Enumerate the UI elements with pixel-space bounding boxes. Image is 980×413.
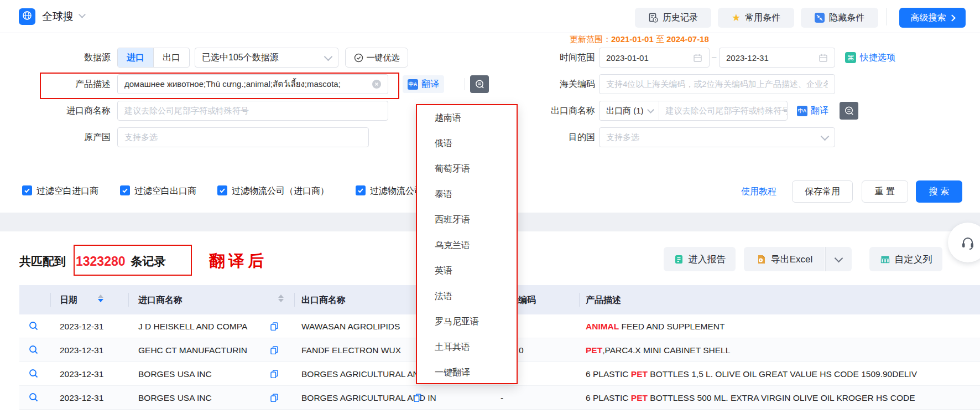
menu-item-language[interactable]: 俄语 xyxy=(417,131,517,156)
column-header-product[interactable]: 产品描述 xyxy=(586,285,621,314)
column-header-importer[interactable]: 进口商名称 xyxy=(138,285,183,314)
origin-country-select[interactable]: 支持多选 xyxy=(117,127,369,147)
sort-control-importer[interactable] xyxy=(278,295,284,302)
cell-product-desc: ANIMAL FEED AND SUPPLEMENT xyxy=(586,314,725,338)
menu-item-language[interactable]: 越南语 xyxy=(417,105,517,131)
export-excel-button[interactable]: 导出Excel xyxy=(744,247,825,271)
cell-date: 2023-12-31 xyxy=(60,338,103,362)
hide-conditions-button[interactable]: 隐藏条件 xyxy=(801,8,878,28)
exporter-type-select[interactable]: 出口商 (1) xyxy=(600,101,659,120)
cell-exporter: WAWASAN AGROLIPIDS xyxy=(301,314,400,338)
copy-icon[interactable] xyxy=(270,369,279,380)
results-count-line: 共匹配到 1323280 条记录 xyxy=(19,252,166,270)
sort-up-icon xyxy=(98,295,103,298)
destination-country-select[interactable]: 支持多选 xyxy=(599,127,835,147)
exporter-placeholder[interactable]: 建议去除公司尾部字符或特殊符号 xyxy=(659,106,788,116)
tab-import[interactable]: 进口 xyxy=(118,48,153,67)
menu-item-language[interactable]: 乌克兰语 xyxy=(417,233,517,258)
time-range-label: 时间范围 xyxy=(520,48,595,68)
column-divider xyxy=(50,293,51,307)
row-search-icon[interactable] xyxy=(29,369,39,381)
hs-code-label: 海关编码 xyxy=(520,74,595,94)
app-title[interactable]: 全球搜 xyxy=(42,9,74,24)
search-button[interactable]: 搜 索 xyxy=(916,180,962,203)
menu-item-language[interactable]: 法语 xyxy=(417,283,517,309)
exporter-match-settings-button[interactable] xyxy=(840,102,858,120)
copy-icon[interactable] xyxy=(270,393,279,404)
custom-columns-button[interactable]: 自定义列 xyxy=(869,247,942,271)
app-title-chevron-down-icon[interactable] xyxy=(79,11,86,18)
reset-button[interactable]: 重 置 xyxy=(862,180,908,203)
row-search-icon[interactable] xyxy=(29,345,39,357)
favorites-label: 常用条件 xyxy=(745,12,780,24)
support-headset-button[interactable] xyxy=(948,223,980,262)
search-lines-icon xyxy=(844,106,854,116)
export-excel-dropdown-button[interactable] xyxy=(825,247,852,271)
exporter-translate-button[interactable]: 中A 翻译 xyxy=(792,102,833,120)
product-desc-input[interactable]: домашнее животное;Thú cưng.;animal;สัตว์… xyxy=(117,74,388,94)
menu-item-language[interactable]: 西班牙语 xyxy=(417,207,517,233)
sort-control-date[interactable] xyxy=(98,295,103,302)
command-icon: ⌘ xyxy=(845,52,856,63)
cell-product-desc: PET,PARC4.X MINI CABINET SHELL xyxy=(586,338,730,362)
row-search-icon[interactable] xyxy=(29,321,39,333)
date-end-input[interactable]: 2023-12-31 xyxy=(719,48,835,68)
favorites-button[interactable]: ★ 常用条件 xyxy=(718,8,794,28)
quick-options-label: 快捷选项 xyxy=(860,52,895,64)
enter-report-button[interactable]: 进入报告 xyxy=(664,247,736,271)
cell-importer: GEHC CT MANUFACTURIN xyxy=(138,338,247,362)
menu-item-language[interactable]: 泰语 xyxy=(417,182,517,207)
copy-icon[interactable] xyxy=(413,393,422,404)
cell-date: 2023-12-31 xyxy=(60,386,103,410)
origin-placeholder: 支持多选 xyxy=(124,132,362,143)
clear-icon[interactable] xyxy=(372,80,381,89)
menu-item-language[interactable]: 葡萄牙语 xyxy=(417,156,517,182)
tutorial-link[interactable]: 使用教程 xyxy=(741,186,776,198)
filter-checkbox[interactable] xyxy=(356,185,366,195)
match-settings-button[interactable] xyxy=(470,75,489,93)
one-click-optimize-button[interactable]: 一键优选 xyxy=(345,48,408,68)
menu-item-language[interactable]: 土耳其语 xyxy=(417,334,517,360)
menu-item-language[interactable]: 英语 xyxy=(417,258,517,283)
calendar-icon xyxy=(819,53,828,63)
filter-label: 过滤空白出口商 xyxy=(134,185,196,197)
one-click-optimize-label: 一键优选 xyxy=(367,53,400,63)
translate-button[interactable]: 中A 翻译 xyxy=(403,75,444,93)
filter-label: 过滤空白进口商 xyxy=(37,185,98,197)
advanced-search-button[interactable]: 高级搜索 xyxy=(899,8,966,28)
copy-icon[interactable] xyxy=(270,345,279,357)
excel-icon xyxy=(756,254,767,265)
quick-options-link[interactable]: ⌘ 快捷选项 xyxy=(845,48,895,68)
date-start-input[interactable]: 2023-01-01 xyxy=(599,48,710,68)
filter-checkbox[interactable] xyxy=(217,185,227,195)
filter-checkbox[interactable] xyxy=(120,185,130,195)
product-desc-label: 产品描述 xyxy=(33,74,111,94)
tab-export[interactable]: 出口 xyxy=(153,48,189,67)
history-button[interactable]: 历史记录 xyxy=(635,8,711,28)
column-header-exporter[interactable]: 出口商名称 xyxy=(301,285,346,314)
keyword-highlight: PET xyxy=(586,345,602,355)
menu-item-translate-all[interactable]: 一键翻译 xyxy=(417,360,517,385)
cell-importer: BORGES USA INC xyxy=(138,362,212,386)
filter-checkbox[interactable] xyxy=(22,185,32,195)
custom-columns-label: 自定义列 xyxy=(895,253,932,266)
menu-item-language[interactable]: 罗马尼亚语 xyxy=(417,309,517,334)
importer-label: 进口商名称 xyxy=(33,101,111,121)
results-count-prefix: 共匹配到 xyxy=(19,254,66,269)
copy-icon[interactable] xyxy=(270,322,279,333)
importer-input[interactable]: 建议去除公司尾部字符或特殊符号 xyxy=(117,101,388,121)
keyword-highlight: PET xyxy=(631,393,648,402)
save-conditions-button[interactable]: 保存常用 xyxy=(792,180,853,203)
table-row[interactable]: 2023-12-31 BORGES USA INC BORGES AGRICUL… xyxy=(19,386,980,410)
results-count-suffix: 条记录 xyxy=(131,254,166,269)
datasource-select[interactable]: 已选中105个数据源 xyxy=(195,48,338,68)
hs-code-input[interactable]: 支持4位以上海关编码，或2位海关编码加上产品描述、企业名称的任意信息 xyxy=(599,74,835,94)
enter-report-label: 进入报告 xyxy=(689,253,726,266)
hide-conditions-label: 隐藏条件 xyxy=(829,12,864,24)
top-bar: 全球搜 历史记录 ★ 常用条件 隐藏条件 高级搜索 xyxy=(0,0,980,33)
report-icon xyxy=(674,254,684,265)
global-search-page: 全球搜 历史记录 ★ 常用条件 隐藏条件 高级搜索 更新范围：2021-01-0… xyxy=(0,0,980,413)
date-end-value: 2023-12-31 xyxy=(726,53,819,63)
row-search-icon[interactable] xyxy=(29,393,39,405)
column-header-date[interactable]: 日期 xyxy=(60,285,77,314)
